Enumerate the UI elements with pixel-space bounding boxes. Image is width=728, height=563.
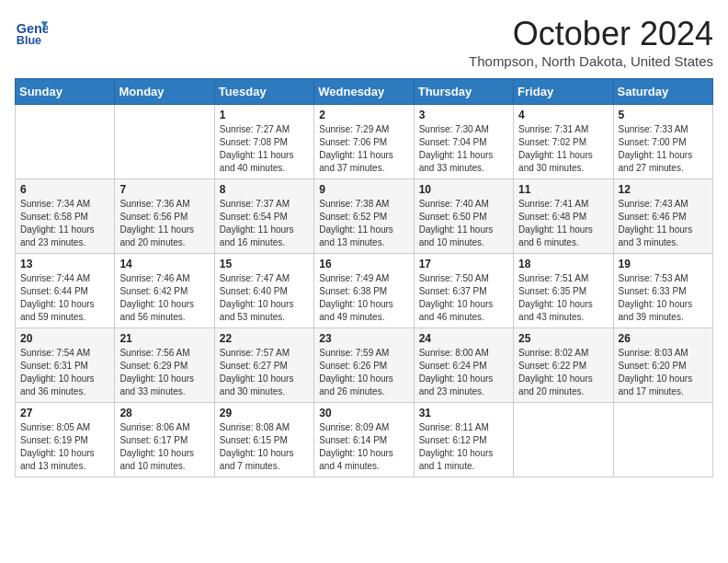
day-number: 21: [119, 332, 209, 345]
calendar-cell: 17Sunrise: 7:50 AM Sunset: 6:37 PM Dayli…: [414, 254, 513, 328]
day-number: 31: [419, 407, 508, 419]
day-info: Sunrise: 8:05 AM Sunset: 6:19 PM Dayligh…: [20, 421, 109, 473]
calendar-cell: 13Sunrise: 7:44 AM Sunset: 6:44 PM Dayli…: [16, 254, 115, 328]
calendar-cell: 5Sunrise: 7:33 AM Sunset: 7:00 PM Daylig…: [613, 105, 712, 179]
header-row: SundayMondayTuesdayWednesdayThursdayFrid…: [16, 79, 713, 105]
calendar-cell: 4Sunrise: 7:31 AM Sunset: 7:02 PM Daylig…: [514, 105, 613, 179]
calendar-cell: 3Sunrise: 7:30 AM Sunset: 7:04 PM Daylig…: [414, 105, 513, 179]
calendar-cell: 9Sunrise: 7:38 AM Sunset: 6:52 PM Daylig…: [314, 179, 414, 254]
day-number: 14: [119, 258, 209, 270]
calendar-cell: [613, 403, 712, 477]
day-info: Sunrise: 7:51 AM Sunset: 6:35 PM Dayligh…: [518, 272, 608, 324]
day-info: Sunrise: 7:31 AM Sunset: 7:02 PM Dayligh…: [518, 123, 608, 175]
day-number: 7: [119, 183, 209, 196]
day-number: 6: [20, 183, 109, 196]
col-header-friday: Friday: [514, 79, 613, 105]
logo-icon: General Blue: [15, 15, 48, 48]
day-info: Sunrise: 8:09 AM Sunset: 6:14 PM Dayligh…: [319, 421, 408, 473]
day-number: 19: [619, 258, 708, 270]
calendar-cell: 14Sunrise: 7:46 AM Sunset: 6:42 PM Dayli…: [115, 254, 214, 328]
day-info: Sunrise: 7:38 AM Sunset: 6:52 PM Dayligh…: [319, 198, 408, 249]
calendar-cell: 8Sunrise: 7:37 AM Sunset: 6:54 PM Daylig…: [214, 179, 313, 254]
day-info: Sunrise: 7:50 AM Sunset: 6:37 PM Dayligh…: [419, 272, 508, 324]
calendar-cell: 2Sunrise: 7:29 AM Sunset: 7:06 PM Daylig…: [314, 105, 414, 179]
day-info: Sunrise: 7:53 AM Sunset: 6:33 PM Dayligh…: [619, 272, 708, 324]
day-info: Sunrise: 7:44 AM Sunset: 6:44 PM Dayligh…: [20, 272, 109, 324]
day-number: 12: [619, 183, 708, 196]
calendar-table: SundayMondayTuesdayWednesdayThursdayFrid…: [15, 78, 713, 477]
week-row-3: 13Sunrise: 7:44 AM Sunset: 6:44 PM Dayli…: [16, 254, 713, 328]
logo: General Blue: [15, 15, 51, 48]
day-number: 27: [20, 407, 109, 419]
day-info: Sunrise: 7:29 AM Sunset: 7:06 PM Dayligh…: [319, 123, 408, 175]
calendar-cell: 1Sunrise: 7:27 AM Sunset: 7:08 PM Daylig…: [214, 105, 313, 179]
month-title: October 2024: [469, 15, 713, 53]
day-info: Sunrise: 7:37 AM Sunset: 6:54 PM Dayligh…: [220, 198, 309, 249]
day-number: 13: [20, 258, 109, 270]
calendar-cell: 12Sunrise: 7:43 AM Sunset: 6:46 PM Dayli…: [613, 179, 712, 254]
day-info: Sunrise: 7:46 AM Sunset: 6:42 PM Dayligh…: [119, 272, 209, 324]
day-info: Sunrise: 7:41 AM Sunset: 6:48 PM Dayligh…: [518, 198, 608, 249]
day-number: 17: [419, 258, 508, 270]
calendar-cell: [16, 105, 115, 179]
day-info: Sunrise: 8:08 AM Sunset: 6:15 PM Dayligh…: [220, 421, 309, 473]
location-subtitle: Thompson, North Dakota, United States: [469, 53, 713, 69]
col-header-sunday: Sunday: [16, 79, 115, 105]
calendar-cell: [115, 105, 214, 179]
day-info: Sunrise: 7:54 AM Sunset: 6:31 PM Dayligh…: [20, 347, 109, 398]
day-number: 8: [220, 183, 309, 196]
calendar-cell: 23Sunrise: 7:59 AM Sunset: 6:26 PM Dayli…: [314, 328, 414, 403]
calendar-cell: 26Sunrise: 8:03 AM Sunset: 6:20 PM Dayli…: [613, 328, 712, 403]
day-info: Sunrise: 8:03 AM Sunset: 6:20 PM Dayligh…: [619, 347, 708, 398]
day-info: Sunrise: 7:33 AM Sunset: 7:00 PM Dayligh…: [619, 123, 708, 175]
day-info: Sunrise: 7:49 AM Sunset: 6:38 PM Dayligh…: [319, 272, 408, 324]
week-row-4: 20Sunrise: 7:54 AM Sunset: 6:31 PM Dayli…: [16, 328, 713, 403]
calendar-cell: 6Sunrise: 7:34 AM Sunset: 6:58 PM Daylig…: [16, 179, 115, 254]
day-info: Sunrise: 7:34 AM Sunset: 6:58 PM Dayligh…: [20, 198, 109, 249]
title-block: October 2024 Thompson, North Dakota, Uni…: [469, 15, 713, 69]
day-info: Sunrise: 7:57 AM Sunset: 6:27 PM Dayligh…: [220, 347, 309, 398]
day-number: 16: [319, 258, 408, 270]
calendar-cell: 18Sunrise: 7:51 AM Sunset: 6:35 PM Dayli…: [514, 254, 613, 328]
day-info: Sunrise: 8:11 AM Sunset: 6:12 PM Dayligh…: [419, 421, 508, 473]
day-info: Sunrise: 8:06 AM Sunset: 6:17 PM Dayligh…: [119, 421, 209, 473]
calendar-cell: [514, 403, 613, 477]
calendar-cell: 15Sunrise: 7:47 AM Sunset: 6:40 PM Dayli…: [214, 254, 313, 328]
page-header: General Blue October 2024 Thompson, Nort…: [15, 15, 713, 69]
col-header-saturday: Saturday: [613, 79, 712, 105]
day-number: 5: [619, 109, 708, 121]
day-number: 28: [119, 407, 209, 419]
calendar-cell: 20Sunrise: 7:54 AM Sunset: 6:31 PM Dayli…: [16, 328, 115, 403]
day-number: 18: [518, 258, 608, 270]
day-number: 20: [20, 332, 109, 345]
day-number: 26: [619, 332, 708, 345]
calendar-cell: 27Sunrise: 8:05 AM Sunset: 6:19 PM Dayli…: [16, 403, 115, 477]
day-number: 1: [220, 109, 309, 121]
day-number: 23: [319, 332, 408, 345]
day-number: 29: [220, 407, 309, 419]
day-number: 15: [220, 258, 309, 270]
calendar-cell: 21Sunrise: 7:56 AM Sunset: 6:29 PM Dayli…: [115, 328, 214, 403]
svg-text:Blue: Blue: [17, 34, 41, 47]
calendar-cell: 31Sunrise: 8:11 AM Sunset: 6:12 PM Dayli…: [414, 403, 513, 477]
day-number: 24: [419, 332, 508, 345]
day-info: Sunrise: 7:40 AM Sunset: 6:50 PM Dayligh…: [419, 198, 508, 249]
day-info: Sunrise: 7:47 AM Sunset: 6:40 PM Dayligh…: [220, 272, 309, 324]
col-header-tuesday: Tuesday: [214, 79, 313, 105]
calendar-cell: 25Sunrise: 8:02 AM Sunset: 6:22 PM Dayli…: [514, 328, 613, 403]
calendar-cell: 7Sunrise: 7:36 AM Sunset: 6:56 PM Daylig…: [115, 179, 214, 254]
calendar-cell: 19Sunrise: 7:53 AM Sunset: 6:33 PM Dayli…: [613, 254, 712, 328]
calendar-cell: 28Sunrise: 8:06 AM Sunset: 6:17 PM Dayli…: [115, 403, 214, 477]
day-info: Sunrise: 7:43 AM Sunset: 6:46 PM Dayligh…: [619, 198, 708, 249]
day-number: 22: [220, 332, 309, 345]
day-number: 3: [419, 109, 508, 121]
calendar-cell: 22Sunrise: 7:57 AM Sunset: 6:27 PM Dayli…: [214, 328, 313, 403]
day-number: 25: [518, 332, 608, 345]
day-info: Sunrise: 8:02 AM Sunset: 6:22 PM Dayligh…: [518, 347, 608, 398]
day-info: Sunrise: 7:30 AM Sunset: 7:04 PM Dayligh…: [419, 123, 508, 175]
day-number: 11: [518, 183, 608, 196]
calendar-cell: 24Sunrise: 8:00 AM Sunset: 6:24 PM Dayli…: [414, 328, 513, 403]
day-number: 9: [319, 183, 408, 196]
day-number: 10: [419, 183, 508, 196]
day-info: Sunrise: 8:00 AM Sunset: 6:24 PM Dayligh…: [419, 347, 508, 398]
